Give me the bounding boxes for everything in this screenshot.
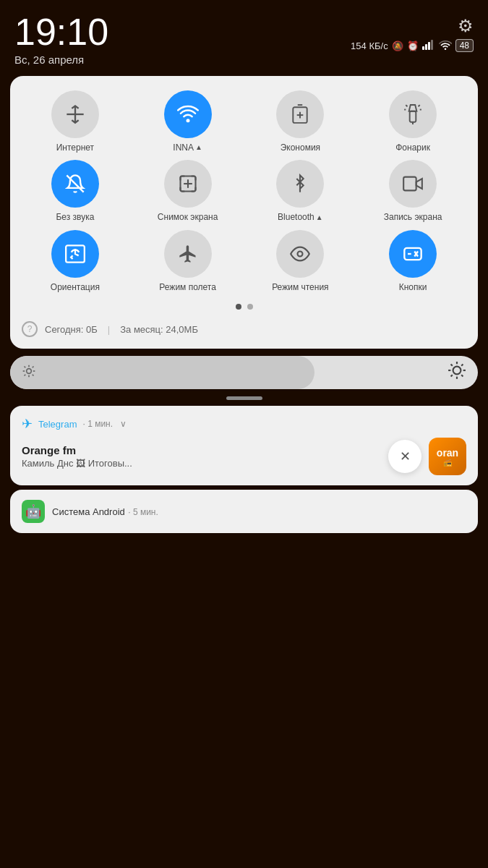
- android-notif-time: · 5 мин.: [128, 507, 158, 517]
- telegram-notif-header: ✈ Telegram · 1 мин. ∨: [22, 416, 466, 432]
- orientation-icon-circle: [51, 230, 99, 278]
- airplane-icon-circle: [164, 230, 212, 278]
- svg-point-38: [453, 367, 461, 375]
- toggle-silent[interactable]: Без звука: [22, 160, 129, 222]
- svg-rect-25: [404, 248, 421, 260]
- bluetooth-label: Bluetooth: [278, 212, 314, 222]
- brightness-fill: [10, 356, 314, 389]
- toggle-flashlight[interactable]: Фонарик: [359, 90, 466, 153]
- telegram-notif-content: Orange fm Камиль Днс 🖼 Итоговы... ✕ oran…: [22, 438, 466, 475]
- bluetooth-arrow: ▲: [316, 213, 323, 222]
- telegram-close-button[interactable]: ✕: [388, 440, 421, 473]
- svg-line-13: [406, 105, 407, 106]
- telegram-expand-icon[interactable]: ∨: [120, 419, 127, 429]
- telegram-message: Камиль Днс 🖼 Итоговы...: [22, 458, 381, 469]
- toggle-internet[interactable]: Интернет: [22, 90, 129, 153]
- toggle-orientation[interactable]: Ориентация: [22, 230, 129, 292]
- today-usage: Сегодня: 0Б: [45, 324, 98, 335]
- time-display: 19:10: [14, 13, 108, 51]
- android-icon: 🤖: [22, 500, 45, 523]
- svg-rect-11: [410, 111, 416, 122]
- svg-rect-1: [425, 44, 427, 50]
- quick-settings-panel: Интернет INNA ▲: [10, 76, 478, 349]
- telegram-app-name: Telegram: [38, 419, 77, 430]
- toggle-bluetooth[interactable]: Bluetooth ▲: [247, 160, 354, 222]
- telegram-notification[interactable]: ✈ Telegram · 1 мин. ∨ Orange fm Камиль Д…: [10, 406, 478, 485]
- brightness-slider[interactable]: [10, 356, 478, 389]
- svg-line-36: [25, 374, 26, 375]
- svg-line-46: [461, 365, 463, 366]
- status-icons-row: 154 КБ/с 🔕 ⏰ 48: [351, 39, 474, 52]
- battery-saver-label: Экономия: [281, 142, 320, 153]
- svg-rect-0: [422, 46, 424, 50]
- brightness-min-icon: [22, 364, 36, 382]
- pagination-dots: [22, 304, 466, 310]
- svg-point-24: [298, 251, 303, 256]
- toggle-reading[interactable]: Режим чтения: [247, 230, 354, 292]
- svg-line-42: [461, 375, 463, 376]
- date-display: Вс, 26 апреля: [14, 54, 108, 66]
- svg-rect-3: [431, 40, 433, 50]
- status-bar: 19:10 Вс, 26 апреля ⚙ 154 КБ/с 🔕 ⏰: [0, 0, 488, 70]
- silent-icon-circle: [51, 160, 99, 208]
- silent-label: Без звука: [56, 212, 94, 222]
- buttons-label: Кнопки: [399, 282, 427, 292]
- bluetooth-label-row: Bluetooth ▲: [278, 212, 323, 222]
- dot-2: [247, 304, 253, 310]
- toggle-wifi[interactable]: INNA ▲: [134, 90, 241, 153]
- screenshot-label: Снимок экрана: [158, 212, 218, 222]
- data-usage-row: ? Сегодня: 0Б | За месяц: 24,0МБ: [22, 320, 466, 337]
- orientation-label: Ориентация: [51, 282, 100, 292]
- toggle-airplane[interactable]: Режим полета: [134, 230, 241, 292]
- svg-point-29: [27, 368, 32, 373]
- flashlight-icon-circle: [389, 90, 437, 138]
- buttons-icon-circle: [389, 230, 437, 278]
- telegram-notif-time: · 1 мин.: [82, 419, 113, 429]
- telegram-icon: ✈: [22, 416, 33, 432]
- svg-line-14: [419, 105, 420, 106]
- toggle-battery-saver[interactable]: Экономия: [247, 90, 354, 153]
- toggle-grid: Интернет INNA ▲: [22, 90, 466, 292]
- reading-icon-circle: [276, 230, 324, 278]
- signal-icon: [422, 40, 435, 52]
- screen-record-label: Запись экрана: [384, 212, 442, 222]
- data-usage-icon: ?: [22, 321, 38, 337]
- speed-indicator: 154 КБ/с: [351, 41, 388, 51]
- wifi-label-row: INNA ▲: [173, 142, 202, 153]
- mute-icon: 🔕: [392, 41, 403, 51]
- wifi-label: INNA: [173, 142, 194, 153]
- alarm-icon: ⏰: [407, 41, 419, 51]
- svg-rect-2: [428, 42, 430, 50]
- svg-marker-23: [416, 179, 422, 189]
- internet-label: Интернет: [56, 142, 94, 153]
- settings-icon[interactable]: ⚙: [458, 16, 474, 36]
- android-notification[interactable]: 🤖 Система Android · 5 мин.: [10, 490, 478, 533]
- svg-rect-22: [403, 177, 416, 191]
- screen-record-icon-circle: [389, 160, 437, 208]
- internet-icon-circle: [51, 90, 99, 138]
- reading-label: Режим чтения: [272, 282, 328, 292]
- android-app-name: Система Android: [52, 506, 125, 517]
- drag-handle[interactable]: [226, 396, 262, 400]
- toggle-screen-record[interactable]: Запись экрана: [359, 160, 466, 222]
- toggle-buttons[interactable]: Кнопки: [359, 230, 466, 292]
- svg-line-37: [33, 366, 34, 367]
- telegram-thumb: oran 📻: [429, 438, 466, 475]
- dot-1: [236, 304, 241, 310]
- telegram-sender: Orange fm: [22, 444, 381, 456]
- battery-indicator: 48: [455, 39, 474, 52]
- svg-line-33: [33, 374, 34, 375]
- svg-line-32: [25, 366, 26, 367]
- brightness-max-icon: [448, 361, 466, 384]
- svg-line-41: [451, 365, 453, 366]
- telegram-notif-text: Orange fm Камиль Днс 🖼 Итоговы...: [22, 444, 381, 469]
- screenshot-icon-circle: [164, 160, 212, 208]
- wifi-arrow: ▲: [195, 143, 202, 152]
- flashlight-label: Фонарик: [395, 142, 430, 153]
- toggle-screenshot[interactable]: Снимок экрана: [134, 160, 241, 222]
- wifi-icon: [439, 40, 452, 52]
- airplane-label: Режим полета: [159, 282, 216, 292]
- month-usage: За месяц: 24,0МБ: [120, 324, 198, 335]
- wifi-icon-circle: [164, 90, 212, 138]
- battery-saver-icon-circle: [276, 90, 324, 138]
